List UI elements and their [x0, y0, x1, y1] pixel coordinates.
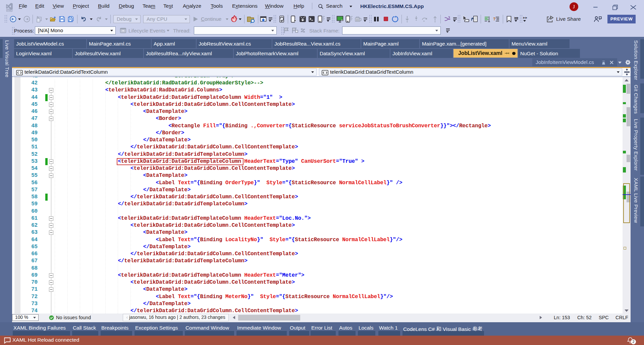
svg-text:?: ?: [493, 17, 496, 22]
svg-text:IPA: IPA: [356, 19, 359, 21]
